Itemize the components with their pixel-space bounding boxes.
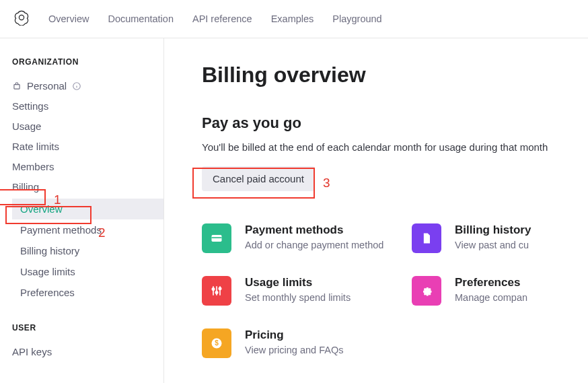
- billing-cards-grid: Payment methods Add or change payment me…: [202, 223, 588, 358]
- openai-logo-icon: [13, 9, 30, 28]
- sidebar-item-personal[interactable]: Personal: [12, 76, 163, 96]
- nav-label: Examples: [271, 13, 314, 24]
- page-title: Billing overview: [202, 63, 588, 88]
- sidebar-item-usage[interactable]: Usage: [12, 116, 163, 137]
- svg-rect-4: [212, 237, 222, 238]
- sidebar-item-label: Billing: [12, 181, 39, 193]
- sidebar-sub-payment-methods[interactable]: Payment methods: [12, 219, 163, 240]
- card-icon-sliders: [202, 276, 231, 306]
- sidebar-sub-label: Payment methods: [20, 224, 102, 236]
- sidebar-heading-organization: ORGANIZATION: [12, 57, 163, 67]
- card-subtitle: View pricing and FAQs: [245, 345, 343, 355]
- org-icon: [12, 81, 22, 91]
- cancel-paid-account-button[interactable]: Cancel paid account: [202, 166, 315, 191]
- sidebar-sub-label: Usage limits: [20, 266, 75, 277]
- sidebar-item-label: Settings: [12, 100, 48, 112]
- card-subtitle: View past and cu: [455, 240, 531, 250]
- svg-rect-1: [14, 84, 20, 88]
- sidebar-heading-user: USER: [12, 323, 163, 333]
- sidebar-personal-label: Personal: [27, 80, 67, 92]
- card-title: Usage limits: [245, 276, 351, 289]
- sidebar-sub-billing-history[interactable]: Billing history: [12, 240, 163, 261]
- payg-description: You'll be billed at the end of each cale…: [202, 141, 588, 153]
- info-icon: [72, 81, 81, 91]
- card-subtitle: Manage compan: [455, 292, 527, 303]
- sidebar-sub-label: Billing history: [20, 245, 79, 256]
- top-nav: Overview Documentation API reference Exa…: [0, 0, 588, 38]
- card-icon-document: [412, 223, 441, 253]
- svg-point-0: [19, 15, 24, 20]
- card-icon-gear: [412, 276, 441, 306]
- nav-api-reference[interactable]: API reference: [192, 13, 252, 24]
- card-billing-history[interactable]: Billing history View past and cu: [412, 223, 588, 253]
- sidebar-item-label: Members: [12, 161, 54, 172]
- svg-point-7: [219, 287, 221, 289]
- card-payment-methods[interactable]: Payment methods Add or change payment me…: [202, 223, 396, 253]
- nav-label: API reference: [192, 13, 252, 24]
- nav-label: Playground: [332, 13, 381, 24]
- card-title: Pricing: [245, 328, 343, 342]
- sidebar-sub-usage-limits[interactable]: Usage limits: [12, 261, 163, 282]
- nav-documentation[interactable]: Documentation: [108, 13, 174, 24]
- main-content: Billing overview Pay as you go You'll be…: [164, 38, 588, 383]
- sidebar-item-label: Usage: [12, 120, 41, 132]
- card-pricing[interactable]: $ Pricing View pricing and FAQs: [202, 328, 396, 358]
- nav-overview[interactable]: Overview: [48, 13, 89, 24]
- svg-point-5: [212, 288, 214, 290]
- payg-title: Pay as you go: [202, 114, 588, 132]
- sidebar: ORGANIZATION Personal Settings Usage Rat…: [0, 38, 164, 383]
- sidebar-sub-overview[interactable]: Overview: [12, 199, 163, 219]
- sidebar-item-settings[interactable]: Settings: [12, 96, 163, 116]
- sidebar-sub-preferences[interactable]: Preferences: [12, 282, 163, 303]
- sidebar-item-label: Rate limits: [12, 141, 59, 152]
- sidebar-sub-label: Preferences: [20, 287, 75, 298]
- annotation-label-3: 3: [323, 176, 330, 190]
- nav-playground[interactable]: Playground: [332, 13, 381, 24]
- card-title: Payment methods: [245, 223, 383, 237]
- card-title: Billing history: [455, 223, 531, 237]
- nav-label: Documentation: [108, 13, 174, 24]
- sidebar-item-members[interactable]: Members: [12, 157, 163, 177]
- card-title: Preferences: [455, 276, 527, 289]
- sidebar-item-api-keys[interactable]: API keys: [12, 342, 163, 362]
- nav-examples[interactable]: Examples: [271, 13, 314, 24]
- card-subtitle: Add or change payment method: [245, 240, 383, 250]
- nav-label: Overview: [48, 13, 89, 24]
- svg-point-6: [215, 291, 217, 293]
- sidebar-item-billing[interactable]: Billing: [12, 177, 163, 197]
- card-usage-limits[interactable]: Usage limits Set monthly spend limits: [202, 276, 396, 306]
- sidebar-item-label: API keys: [12, 346, 52, 357]
- svg-text:$: $: [215, 339, 219, 347]
- cancel-button-label: Cancel paid account: [213, 173, 304, 184]
- sidebar-billing-submenu: Overview Payment methods Billing history…: [12, 199, 163, 303]
- card-subtitle: Set monthly spend limits: [245, 292, 351, 303]
- sidebar-sub-label: Overview: [20, 203, 63, 215]
- card-icon-dollar: $: [202, 328, 231, 358]
- card-preferences[interactable]: Preferences Manage compan: [412, 276, 588, 306]
- sidebar-item-rate-limits[interactable]: Rate limits: [12, 137, 163, 157]
- card-icon-credit-card: [202, 223, 231, 253]
